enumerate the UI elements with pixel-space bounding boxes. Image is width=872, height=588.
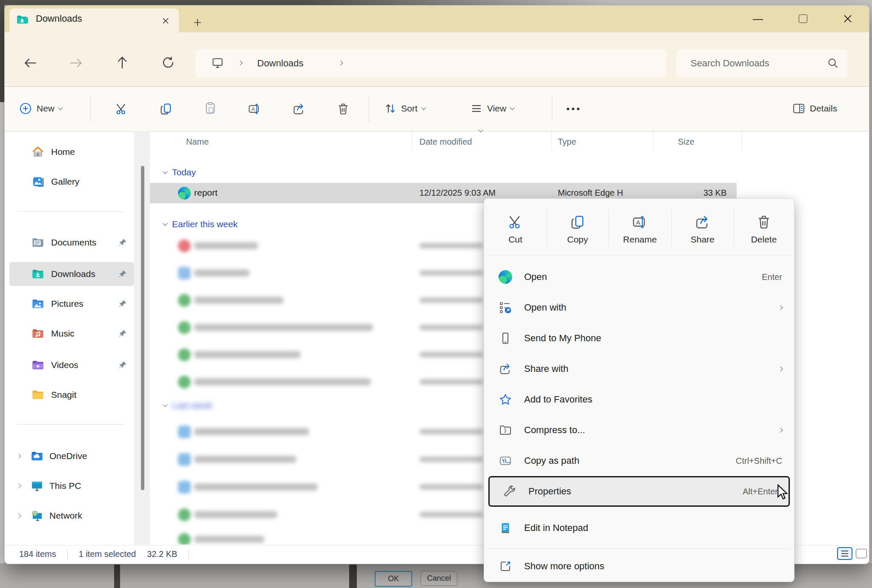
sidebar-item-label: Videos: [51, 360, 78, 370]
sort-icon: [384, 102, 397, 115]
minimize-button[interactable]: [753, 18, 766, 21]
details-view-toggle[interactable]: [837, 547, 852, 560]
share-button[interactable]: [292, 102, 306, 116]
details-panel-icon: [792, 102, 806, 115]
desktop-background-left: [0, 0, 4, 102]
expand-chevron-icon[interactable]: [16, 483, 21, 488]
downloads-folder-icon: [16, 14, 28, 26]
delete-button[interactable]: [336, 102, 350, 116]
copy-button[interactable]: [159, 102, 173, 116]
sidebar-item-home[interactable]: Home: [9, 140, 134, 164]
context-cut-button[interactable]: Cut: [484, 204, 547, 255]
up-icon[interactable]: [116, 55, 129, 70]
view-label: View: [487, 103, 506, 114]
breadcrumb-crumb[interactable]: Downloads: [257, 58, 304, 69]
menu-item-edit-in-notepad[interactable]: Edit in Notepad: [484, 513, 794, 543]
view-button[interactable]: View: [470, 100, 514, 117]
sidebar-item-onedrive[interactable]: OneDrive: [9, 444, 134, 468]
collapse-chevron-icon: [163, 221, 167, 225]
menu-item-share-with[interactable]: Share with: [484, 354, 794, 384]
menu-item-shortcut: Ctrl+Shift+C: [736, 456, 782, 466]
sidebar-item-label: Downloads: [51, 269, 95, 279]
dialog-ok-button[interactable]: OK: [375, 571, 412, 587]
videos-folder-icon: [32, 359, 44, 371]
menu-item-copy-as-path[interactable]: Copy as path Ctrl+Shift+C: [484, 445, 794, 476]
menu-item-compress-to[interactable]: Compress to...: [484, 415, 794, 445]
menu-item-properties[interactable]: Properties Alt+Enter: [488, 476, 790, 507]
cancel-label: Cancel: [427, 574, 451, 583]
context-copy-button[interactable]: Copy: [547, 204, 608, 255]
sidebar-item-network[interactable]: Network: [9, 504, 134, 528]
forward-icon[interactable]: [69, 56, 83, 70]
context-delete-button[interactable]: Delete: [734, 204, 794, 255]
sidebar-item-label: Snagit: [51, 390, 77, 400]
pictures-folder-icon: [32, 297, 44, 310]
menu-item-add-to-favorites[interactable]: Add to Favorites: [484, 384, 794, 415]
expand-chevron-icon[interactable]: [16, 454, 21, 458]
menu-item-show-more-options[interactable]: Show more options: [484, 554, 794, 579]
expand-chevron-icon[interactable]: [16, 513, 21, 518]
column-header-name[interactable]: Name: [186, 137, 209, 147]
paste-button[interactable]: [204, 101, 217, 115]
rename-button[interactable]: A: [248, 102, 261, 116]
sheet-file-icon: [178, 376, 191, 388]
edge-icon: [499, 270, 512, 284]
more-options-icon[interactable]: [565, 106, 582, 112]
sidebar-item-pictures[interactable]: Pictures: [9, 292, 134, 316]
column-divider[interactable]: [412, 129, 412, 150]
sidebar-separator: [17, 424, 124, 425]
context-rename-button[interactable]: A Rename: [608, 204, 671, 255]
search-input[interactable]: Search Downloads: [691, 58, 769, 69]
group-label: Last week: [172, 400, 212, 411]
column-divider[interactable]: [653, 129, 654, 150]
group-header-today[interactable]: Today: [164, 167, 196, 177]
pin-icon: [118, 299, 127, 308]
column-header-date-modified[interactable]: Date modified: [419, 137, 472, 147]
group-label: Earlier this week: [172, 219, 238, 229]
dialog-cancel-button[interactable]: Cancel: [421, 571, 457, 586]
file-name: report: [194, 188, 218, 198]
sidebar-item-this-pc[interactable]: This PC: [9, 474, 134, 498]
group-header-last-week[interactable]: Last week: [164, 400, 212, 411]
menu-item-open[interactable]: Open Enter: [484, 262, 794, 292]
column-header-size[interactable]: Size: [678, 137, 694, 147]
sort-button[interactable]: Sort: [384, 100, 425, 117]
file-size: 33 KB: [703, 188, 726, 198]
documents-folder-icon: [32, 236, 44, 249]
new-tab-icon[interactable]: [192, 17, 203, 28]
back-icon[interactable]: [23, 56, 37, 70]
sidebar-separator: [17, 211, 124, 212]
menu-item-send-to-my-phone[interactable]: Send to My Phone: [484, 323, 794, 354]
status-divider: [188, 549, 189, 559]
explorer-tab[interactable]: [9, 9, 179, 32]
sidebar-item-snagit[interactable]: Snagit: [9, 383, 134, 407]
this-pc-icon[interactable]: [211, 57, 224, 69]
new-button[interactable]: New: [19, 100, 62, 117]
sidebar-item-label: Network: [49, 511, 82, 521]
show-more-icon: [499, 559, 512, 573]
sidebar-item-gallery[interactable]: Gallery: [9, 170, 134, 194]
close-button[interactable]: [843, 14, 852, 23]
group-header-earlier-this-week[interactable]: Earlier this week: [164, 219, 238, 229]
sidebar-item-label: Documents: [51, 237, 96, 248]
cut-button[interactable]: [115, 102, 129, 116]
search-icon[interactable]: [827, 57, 839, 69]
tab-close-icon[interactable]: [161, 16, 170, 26]
column-divider[interactable]: [742, 129, 742, 150]
sidebar-item-music[interactable]: Music: [9, 322, 134, 345]
context-share-button[interactable]: Share: [671, 204, 734, 255]
details-button[interactable]: Details: [792, 100, 837, 117]
maximize-button[interactable]: [799, 14, 807, 23]
selection-size: 32.2 KB: [147, 549, 177, 559]
menu-item-open-with[interactable]: Open with: [484, 292, 794, 323]
column-divider[interactable]: [551, 129, 551, 150]
scrollbar-thumb[interactable]: [141, 166, 144, 490]
thumbnail-view-toggle[interactable]: [856, 549, 867, 558]
column-header-type[interactable]: Type: [558, 137, 576, 147]
refresh-icon[interactable]: [161, 56, 175, 69]
sidebar-item-videos[interactable]: Videos: [9, 353, 134, 377]
wrench-icon: [503, 485, 516, 498]
copy-icon: [570, 214, 586, 230]
sidebar-item-documents[interactable]: Documents: [9, 231, 134, 254]
sidebar-item-downloads[interactable]: Downloads: [9, 262, 134, 286]
